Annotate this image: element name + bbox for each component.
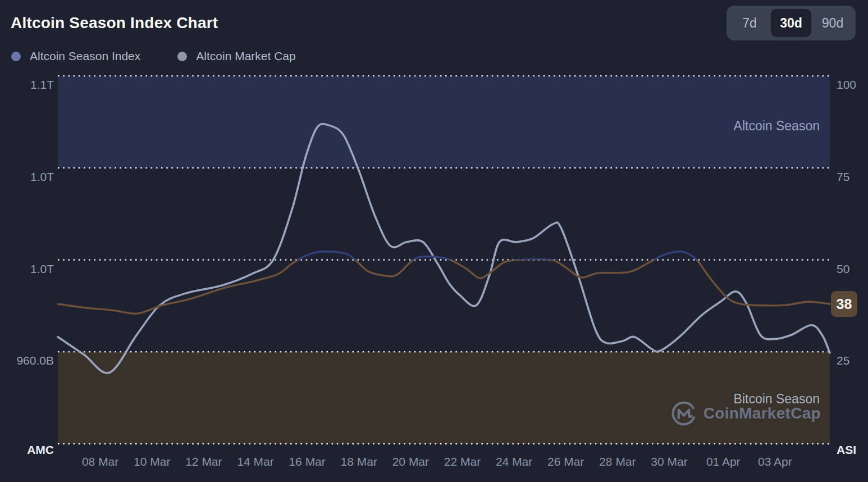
x-axis-tick-11: 30 Mar	[638, 455, 700, 469]
left-axis-tick-1: 1.0T	[9, 170, 54, 184]
coinmarketcap-watermark: CoinMarketCap	[670, 400, 821, 427]
altcoin-season-chart-page: Altcoin Season Index Chart 7d 30d 90d Al…	[0, 0, 868, 482]
asi-line-below-50	[58, 252, 830, 314]
altcoin-season-band	[58, 76, 830, 168]
left-axis-tick-2: 1.0T	[9, 262, 54, 276]
watermark-text: CoinMarketCap	[703, 404, 821, 422]
left-axis-tick-3: 960.0B	[9, 354, 54, 367]
right-axis-tick-1: 75	[837, 170, 849, 184]
left-axis-tick-0: 1.1T	[9, 78, 54, 92]
bitcoin-season-band	[58, 352, 830, 444]
asi-current-value-badge: 38	[831, 291, 857, 317]
left-axis-name: AMC	[9, 443, 54, 457]
coinmarketcap-logo-icon	[670, 400, 697, 427]
right-axis-tick-0: 100	[837, 78, 856, 92]
altcoin-season-band-label: Altcoin Season	[734, 119, 820, 134]
right-axis-tick-3: 25	[837, 354, 849, 367]
right-axis-tick-2: 50	[837, 262, 849, 276]
x-axis-tick-13: 03 Apr	[744, 455, 806, 469]
right-axis-name: ASI	[837, 443, 856, 457]
